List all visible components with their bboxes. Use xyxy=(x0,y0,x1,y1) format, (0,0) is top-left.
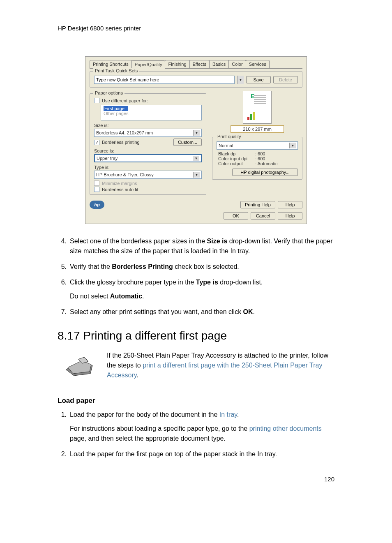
step-6-text: Click the glossy brochure paper type in … xyxy=(70,277,334,301)
ptqs-legend: Print Task Quick Sets xyxy=(93,68,139,73)
step-7-text: Select any other print settings that you… xyxy=(70,307,334,317)
print-quality-info: Black dpi: 600 Color input dpi: 600 Colo… xyxy=(218,151,298,166)
dropdown-arrow-icon[interactable]: ▼ xyxy=(237,76,244,84)
size-is-value: Borderless A4, 210x297 mm xyxy=(96,130,153,135)
link-printing-other-documents[interactable]: printing other documents xyxy=(249,425,322,432)
preview-accent-icon: E xyxy=(251,93,254,99)
paper-options-legend: Paper options xyxy=(93,90,125,95)
borderless-printing-label: Borderless printing xyxy=(102,140,140,145)
group-print-quality: Print quality Normal ▼ Black dpi: 600 Co… xyxy=(212,137,302,180)
borderless-printing-checkbox[interactable]: ✓ xyxy=(94,140,99,145)
custom-button[interactable]: Custom... xyxy=(173,139,202,146)
print-quality-select[interactable]: Normal ▼ xyxy=(217,141,298,150)
use-different-paper-checkbox[interactable] xyxy=(94,98,99,103)
type-is-select[interactable]: HP Brochure & Flyer, Glossy ▼ xyxy=(94,171,202,179)
tab-basics[interactable]: Basics xyxy=(209,60,229,68)
hp-digital-photography-button[interactable]: HP digital photography... xyxy=(232,169,298,176)
page-number: 120 xyxy=(58,476,334,483)
group-print-task-quick-sets: Print Task Quick Sets ▼ Save Delete xyxy=(90,71,302,88)
tab-finishing[interactable]: Finishing xyxy=(165,60,189,68)
tab-color[interactable]: Color xyxy=(228,60,246,68)
other-pages-list-item[interactable]: Other pages xyxy=(104,111,199,116)
size-is-select[interactable]: Borderless A4, 210x297 mm ▼ xyxy=(94,129,202,137)
help-bottom-button[interactable]: Help xyxy=(278,212,302,220)
tab-paper-quality[interactable]: Paper/Quality xyxy=(131,60,166,69)
minimize-margins-checkbox xyxy=(94,180,99,186)
step-number: 4. xyxy=(58,236,70,256)
first-page-list-item[interactable]: First page xyxy=(104,106,128,111)
source-is-label: Source is: xyxy=(94,148,202,153)
tab-printing-shortcuts[interactable]: Printing Shortcuts xyxy=(90,60,132,68)
callout-text: If the 250-Sheet Plain Paper Tray Access… xyxy=(107,351,334,380)
step-number: 5. xyxy=(58,262,70,272)
quick-set-name-input[interactable] xyxy=(94,76,235,84)
save-button[interactable]: Save xyxy=(246,76,271,83)
step-5-text: Verify that the Borderless Printing chec… xyxy=(70,262,334,272)
preview-chart-icon xyxy=(247,112,255,120)
print-quality-value: Normal xyxy=(219,143,233,148)
step-4-text: Select one of the borderless paper sizes… xyxy=(70,236,334,256)
help-button[interactable]: Help xyxy=(278,201,302,208)
instruction-list-2: 1. Load the paper for the body of the do… xyxy=(58,410,334,459)
tab-strip: Printing Shortcuts Paper/Quality Finishi… xyxy=(90,60,302,69)
group-paper-options: Paper options Use different paper for: F… xyxy=(90,93,206,195)
svg-marker-1 xyxy=(68,360,91,374)
link-in-tray[interactable]: In tray xyxy=(219,411,237,418)
hp-logo-icon: hp xyxy=(90,201,104,209)
instruction-list-1: 4. Select one of the borderless paper si… xyxy=(58,236,334,317)
printing-help-button[interactable]: Printing Help xyxy=(240,201,275,208)
step-number: 7. xyxy=(58,307,70,317)
preview-dimensions: 210 x 297 mm xyxy=(231,125,284,133)
cancel-button[interactable]: Cancel xyxy=(251,212,275,220)
ok-button[interactable]: OK xyxy=(224,212,248,220)
chevron-down-icon: ▼ xyxy=(193,130,200,136)
size-is-label: Size is: xyxy=(94,123,202,128)
chevron-down-icon: ▼ xyxy=(193,172,200,178)
page-preview: E xyxy=(243,91,272,124)
type-is-value: HP Brochure & Flyer, Glossy xyxy=(96,172,154,177)
section-heading: 8.17 Printing a different first page xyxy=(58,329,334,342)
chevron-down-icon: ▼ xyxy=(193,156,199,161)
delete-button: Delete xyxy=(273,76,298,83)
type-is-label: Type is: xyxy=(94,165,202,170)
step-number: 6. xyxy=(58,277,70,301)
minimize-margins-label: Minimize margins xyxy=(102,181,137,186)
print-dialog: Printing Shortcuts Paper/Quality Finishi… xyxy=(85,56,307,224)
load-step-1-text: Load the paper for the body of the docum… xyxy=(70,410,334,444)
borderless-autofit-label: Borderless auto fit xyxy=(102,187,138,192)
step-number: 1. xyxy=(58,410,70,444)
source-is-select[interactable]: Upper tray ▼ xyxy=(94,154,202,162)
load-step-2-text: Load the paper for the first page on top… xyxy=(70,449,334,459)
source-is-value: Upper tray xyxy=(97,156,118,161)
tab-effects[interactable]: Effects xyxy=(189,60,210,68)
paper-tray-icon xyxy=(62,353,95,378)
borderless-autofit-checkbox[interactable] xyxy=(94,187,99,192)
tab-services[interactable]: Services xyxy=(246,60,270,68)
chevron-down-icon: ▼ xyxy=(289,143,296,148)
use-different-paper-label: Use different paper for: xyxy=(102,98,148,103)
accessory-callout: If the 250-Sheet Plain Paper Tray Access… xyxy=(58,351,334,380)
load-paper-subheading: Load paper xyxy=(58,397,334,405)
step-number: 2. xyxy=(58,449,70,459)
document-header: HP Deskjet 6800 series printer xyxy=(58,25,334,32)
print-quality-legend: Print quality xyxy=(216,134,242,139)
